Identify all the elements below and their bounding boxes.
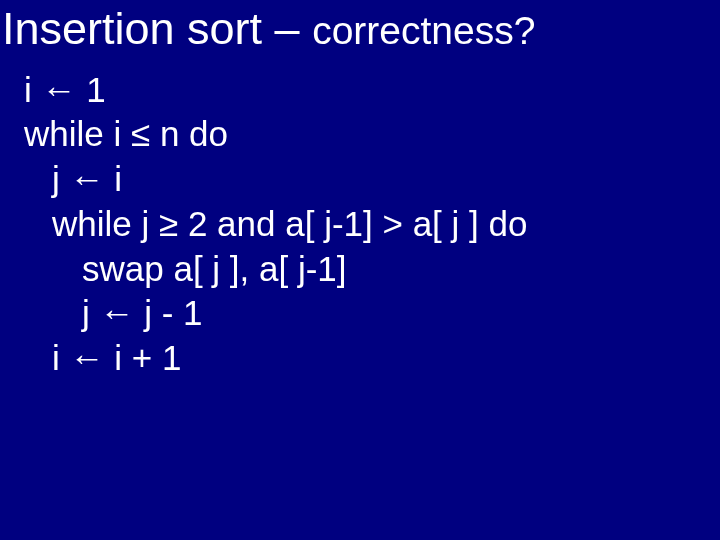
code-line-2: while i ≤ n do (24, 112, 720, 157)
code-line-5: swap a[ j ], a[ j-1] (24, 247, 720, 292)
code-line-1: i ← 1 (24, 68, 720, 113)
title-main: Insertion sort – (2, 3, 312, 54)
title-sub: correctness? (312, 9, 535, 52)
slide-title: Insertion sort – correctness? (0, 0, 720, 68)
pseudocode-block: i ← 1 while i ≤ n do j ← i while j ≥ 2 a… (0, 68, 720, 382)
code-line-3: j ← i (24, 157, 720, 202)
code-line-6: j ← j - 1 (24, 291, 720, 336)
code-line-7: i ← i + 1 (24, 336, 720, 381)
code-line-4: while j ≥ 2 and a[ j-1] > a[ j ] do (24, 202, 720, 247)
slide: Insertion sort – correctness? i ← 1 whil… (0, 0, 720, 540)
